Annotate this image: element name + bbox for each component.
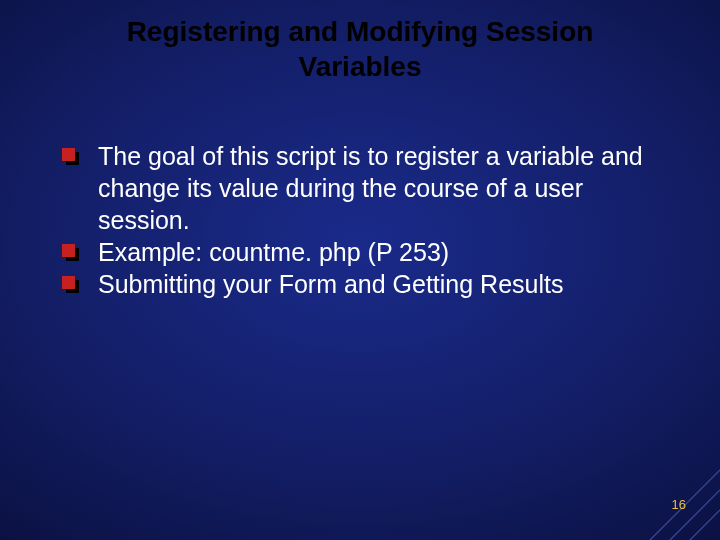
page-number: 16	[672, 497, 686, 512]
svg-line-2	[690, 510, 720, 540]
slide: Registering and Modifying Session Variab…	[0, 0, 720, 540]
corner-decoration	[600, 420, 720, 540]
bullet-icon	[62, 148, 76, 162]
list-item: The goal of this script is to register a…	[62, 140, 670, 236]
list-item-text: Example: countme. php (P 253)	[98, 238, 449, 266]
slide-body: The goal of this script is to register a…	[62, 140, 670, 300]
slide-title: Registering and Modifying Session Variab…	[0, 14, 720, 84]
list-item: Example: countme. php (P 253)	[62, 236, 670, 268]
list-item: Submitting your Form and Getting Results	[62, 268, 670, 300]
bullet-icon	[62, 244, 76, 258]
list-item-text: Submitting your Form and Getting Results	[98, 270, 563, 298]
list-item-text: The goal of this script is to register a…	[98, 142, 643, 234]
bullet-icon	[62, 276, 76, 290]
